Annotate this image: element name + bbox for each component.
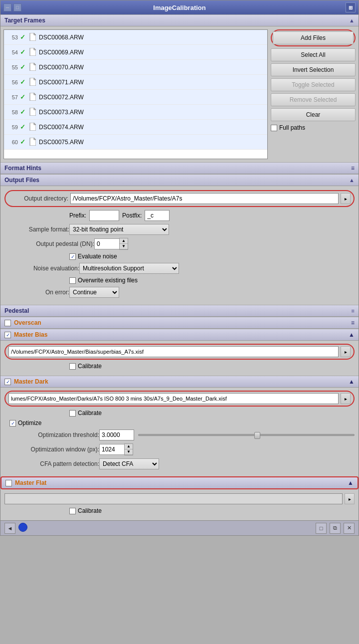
buttons-panel: Add Files Select All Invert Selection To… xyxy=(271,29,356,159)
optimize-label: Optimize xyxy=(18,420,41,427)
remove-selected-button[interactable]: Remove Selected xyxy=(271,93,356,106)
opt-threshold-slider-thumb[interactable] xyxy=(254,432,260,439)
master-dark-browse-button[interactable]: ▸ xyxy=(341,393,351,404)
opt-threshold-slider-track[interactable] xyxy=(138,434,355,436)
pedestal-header[interactable]: Pedestal ≡ xyxy=(0,305,359,317)
window-title: ImageCalibration xyxy=(153,4,205,11)
format-hints-header[interactable]: Format Hints ≡ xyxy=(0,162,359,174)
pedestal-down-button[interactable]: ▼ xyxy=(120,244,128,249)
overscan-collapse-icon: ≡ xyxy=(351,319,355,326)
file-row-num: 54 xyxy=(6,49,20,55)
opt-window-label: Optimization window (px): xyxy=(4,446,99,453)
output-pedestal-label: Output pedestal (DN): xyxy=(4,240,94,247)
output-pedestal-input[interactable] xyxy=(94,238,119,249)
output-dir-input[interactable] xyxy=(70,193,339,204)
master-flat-calibrate-row: Calibrate xyxy=(4,507,355,514)
master-bias-browse-button[interactable]: ▸ xyxy=(341,346,351,357)
pedestal-up-button[interactable]: ▲ xyxy=(120,238,128,244)
full-paths-label: Full paths xyxy=(279,124,305,131)
output-files-header[interactable]: Output Files ▲ xyxy=(0,174,359,186)
bottom-bar-right: □ ⧉ ✕ xyxy=(316,523,355,534)
overscan-label: Overscan xyxy=(14,319,41,326)
file-list-item[interactable]: 55 ✓ DSC00070.ARW xyxy=(4,60,267,75)
cfa-pattern-select[interactable]: Detect CFA xyxy=(99,458,159,469)
pedestal-collapse-icon: ≡ xyxy=(352,308,355,314)
optimize-checkbox[interactable] xyxy=(9,420,16,427)
window-restore-button[interactable]: □ xyxy=(316,523,327,534)
sample-format-select[interactable]: 32-bit floating point xyxy=(69,224,169,235)
toggle-selected-button[interactable]: Toggle Selected xyxy=(271,78,356,91)
master-dark-checkbox[interactable] xyxy=(4,379,11,385)
file-list-item[interactable]: 53 ✓ DSC00068.ARW xyxy=(4,30,267,45)
file-list-container[interactable]: 53 ✓ DSC00068.ARW 54 ✓ DSC00069.ARW 55 ✓ xyxy=(3,29,268,159)
select-all-button[interactable]: Select All xyxy=(271,48,356,61)
opt-threshold-input[interactable] xyxy=(99,429,134,440)
overscan-checkbox[interactable] xyxy=(4,320,11,326)
file-list-item[interactable]: 56 ✓ DSC00071.ARW xyxy=(4,75,267,90)
output-files-label: Output Files xyxy=(4,177,39,184)
master-flat-header[interactable]: Master Flat ▲ xyxy=(0,476,359,489)
master-bias-calibrate-checkbox[interactable] xyxy=(69,363,76,370)
master-bias-checkbox[interactable] xyxy=(4,332,11,338)
add-files-button[interactable]: Add Files xyxy=(273,31,354,44)
file-row-check: ✓ xyxy=(20,63,29,71)
file-icon xyxy=(29,63,37,72)
file-list-item[interactable]: 54 ✓ DSC00069.ARW xyxy=(4,45,267,60)
prefix-input[interactable] xyxy=(89,210,119,221)
master-dark-collapse-icon: ▲ xyxy=(349,378,355,385)
new-window-button[interactable]: ⧉ xyxy=(330,523,341,534)
master-bias-collapse-icon: ▲ xyxy=(349,331,355,338)
full-paths-checkbox[interactable] xyxy=(271,125,277,131)
master-dark-calibrate-checkbox[interactable] xyxy=(69,410,76,417)
file-icon xyxy=(29,78,37,87)
opt-window-up-button[interactable]: ▲ xyxy=(125,444,133,449)
file-row-num: 57 xyxy=(6,94,20,100)
nav-left-button[interactable]: ◄ xyxy=(4,523,15,534)
file-row-num: 60 xyxy=(6,139,20,145)
format-hints-collapse-icon: ≡ xyxy=(351,165,355,172)
evaluate-noise-checkbox[interactable] xyxy=(69,253,76,260)
maximize-button[interactable]: □ xyxy=(13,3,21,11)
evaluate-noise-label: Evaluate noise xyxy=(78,253,117,260)
cfa-pattern-row: CFA pattern detection: Detect CFA xyxy=(4,458,355,469)
opt-window-input[interactable] xyxy=(99,444,124,455)
opt-window-spinner-buttons: ▲ ▼ xyxy=(124,443,133,455)
target-frames-header[interactable]: Target Frames ▲ xyxy=(0,14,359,26)
master-bias-path-input[interactable] xyxy=(8,346,339,357)
file-list-item[interactable]: 60 ✓ DSC00075.ARW xyxy=(4,135,267,150)
minimize-button[interactable]: ─ xyxy=(3,3,11,11)
overscan-header[interactable]: Overscan ≡ xyxy=(0,317,359,329)
master-dark-header[interactable]: Master Dark ▲ xyxy=(0,376,359,388)
status-indicator xyxy=(18,523,27,532)
pedestal-spinner-buttons: ▲ ▼ xyxy=(119,238,128,250)
master-bias-label: Master Bias xyxy=(14,331,47,338)
on-error-row: On error: Continue xyxy=(4,287,355,298)
file-list-item[interactable]: 59 ✓ DSC00074.ARW xyxy=(4,120,267,135)
noise-eval-select[interactable]: Multiresolution Support xyxy=(79,263,179,274)
master-bias-header[interactable]: Master Bias ▲ xyxy=(0,329,359,341)
master-flat-checkbox[interactable] xyxy=(5,480,12,486)
prefix-postfix-row: Prefix: Postfix: xyxy=(4,210,355,221)
master-flat-calibrate-checkbox[interactable] xyxy=(69,508,76,514)
file-row-check: ✓ xyxy=(20,138,29,146)
output-dir-browse-button[interactable]: ▸ xyxy=(341,193,351,204)
opt-window-down-button[interactable]: ▼ xyxy=(125,449,133,455)
master-flat-path-input[interactable] xyxy=(4,493,343,504)
file-list-item[interactable]: 58 ✓ DSC00073.ARW xyxy=(4,105,267,120)
target-frames-collapse-icon: ▲ xyxy=(349,17,355,23)
on-error-select[interactable]: Continue xyxy=(69,287,119,298)
master-flat-browse-button[interactable]: ▸ xyxy=(345,493,355,504)
noise-eval-row: Noise evaluation: Multiresolution Suppor… xyxy=(4,263,355,274)
file-name: DSC00068.ARW xyxy=(39,34,84,41)
close-window-button[interactable]: ✕ xyxy=(344,523,355,534)
clear-button[interactable]: Clear xyxy=(271,108,356,121)
opt-window-row: Optimization window (px): ▲ ▼ xyxy=(4,443,355,455)
postfix-input[interactable] xyxy=(145,210,170,221)
file-row-check: ✓ xyxy=(20,48,29,56)
overwrite-checkbox[interactable] xyxy=(69,277,76,284)
file-list-item[interactable]: 57 ✓ DSC00072.ARW xyxy=(4,90,267,105)
file-row-num: 56 xyxy=(6,79,20,85)
output-dir-highlight: Output directory: ▸ xyxy=(4,190,355,207)
master-dark-path-input[interactable] xyxy=(8,393,339,404)
invert-selection-button[interactable]: Invert Selection xyxy=(271,63,356,76)
